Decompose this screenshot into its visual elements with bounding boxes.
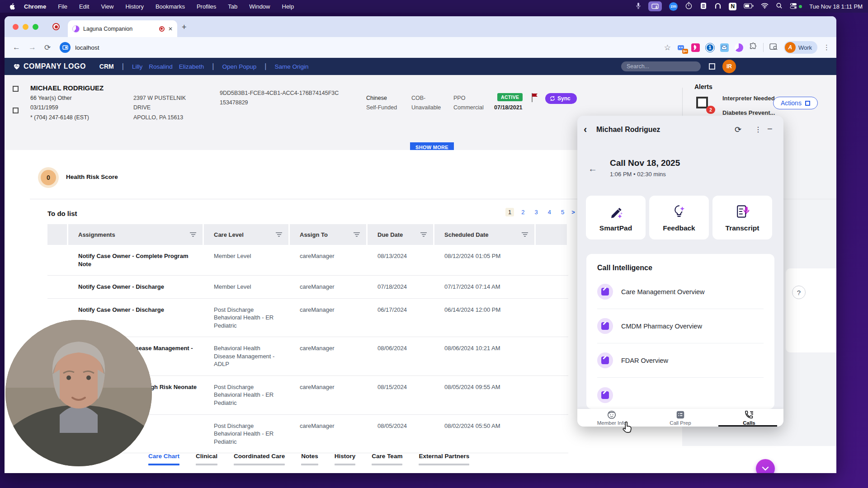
search-icon[interactable]: [776, 2, 783, 10]
tab-external-partners[interactable]: External Partners: [419, 453, 469, 465]
browser-menu-kebab[interactable]: ⋮: [823, 43, 830, 52]
tab-history[interactable]: History: [335, 453, 356, 465]
column-header-due-date[interactable]: Due Date: [368, 224, 433, 245]
panel-back-chevron-icon[interactable]: ‹: [584, 124, 587, 136]
list-item-care-management[interactable]: Care Management Overview: [597, 275, 764, 309]
notion-icon[interactable]: N: [729, 3, 736, 10]
table-row[interactable]: Notify Case Owner - Discharge Post Disch…: [47, 299, 568, 338]
expand-checkbox-icon[interactable]: [13, 86, 19, 92]
minimize-window-button[interactable]: [23, 24, 28, 30]
timer-icon[interactable]: [685, 2, 693, 11]
menu-tab[interactable]: Tab: [228, 3, 237, 10]
zoom-window-button[interactable]: [33, 24, 38, 30]
profile-chip[interactable]: A Work: [784, 41, 817, 54]
page-3[interactable]: 3: [532, 208, 540, 216]
filter-icon[interactable]: [522, 232, 528, 237]
column-header-assign-to[interactable]: Assign To: [290, 224, 366, 245]
page-4[interactable]: 4: [545, 208, 554, 216]
link-elizabeth[interactable]: Elizabeth: [179, 63, 204, 70]
close-window-button[interactable]: [13, 24, 19, 30]
page-1[interactable]: 1: [505, 208, 514, 216]
tab-care-chart[interactable]: Care Chart: [148, 453, 179, 465]
menu-view[interactable]: View: [101, 3, 113, 10]
extension-pink-icon[interactable]: [691, 43, 700, 52]
alerts-checkbox-icon[interactable]: [696, 97, 708, 108]
bookmark-star-icon[interactable]: ☆: [664, 43, 671, 52]
menu-profiles[interactable]: Profiles: [197, 3, 216, 10]
panel-kebab-icon[interactable]: ⋮: [755, 125, 762, 134]
tab-close-button[interactable]: ✕: [168, 26, 173, 32]
table-row[interactable]: Notify Case Owner - Discharge Member Lev…: [47, 276, 568, 299]
next-page-button[interactable]: >: [571, 209, 575, 216]
browser-tab[interactable]: Laguna Companion ✕: [68, 20, 177, 37]
apple-logo-icon[interactable]: [9, 3, 16, 10]
menu-bookmarks[interactable]: Bookmarks: [156, 3, 185, 10]
menu-help[interactable]: Help: [282, 3, 294, 10]
microphone-icon[interactable]: [636, 2, 641, 11]
tab-care-team[interactable]: Care Team: [372, 453, 402, 465]
user-avatar[interactable]: IR: [722, 60, 736, 73]
column-header-assignments[interactable]: Assignments: [68, 224, 203, 245]
battery-icon[interactable]: [744, 3, 754, 10]
expand-checkbox-icon[interactable]: [13, 108, 19, 113]
table-row[interactable]: Notify Case Owner - Complete Program Not…: [47, 245, 568, 276]
wifi-icon[interactable]: [761, 3, 769, 10]
tab-clinical[interactable]: Clinical: [196, 453, 217, 465]
link-open-popup[interactable]: Open Popup: [222, 63, 256, 70]
address-bar-url[interactable]: localhost: [75, 44, 99, 51]
list-item-partial[interactable]: [597, 378, 764, 409]
transcript-card[interactable]: Transcript: [712, 196, 772, 239]
menu-chrome[interactable]: Chrome: [24, 3, 46, 10]
reload-button[interactable]: ⟳: [44, 43, 51, 52]
zoom-app-icon[interactable]: zm: [669, 2, 678, 11]
menu-history[interactable]: History: [125, 3, 143, 10]
page-2[interactable]: 2: [519, 208, 527, 216]
filter-icon[interactable]: [354, 232, 360, 237]
list-item-cmdm-pharmacy[interactable]: CMDM Pharmacy Overview: [597, 309, 764, 343]
filter-icon[interactable]: [420, 232, 427, 237]
smartpad-card[interactable]: SmartPad: [586, 196, 646, 239]
tab-coordinated-care[interactable]: Coordinated Care: [234, 453, 285, 465]
flag-icon[interactable]: [530, 92, 539, 105]
filter-icon[interactable]: [276, 232, 282, 237]
list-item-fdar[interactable]: FDAR Overview: [597, 343, 764, 378]
column-header-care-level[interactable]: Care Level: [204, 224, 288, 245]
crm-app-label[interactable]: CRM: [99, 63, 114, 70]
tab-notes[interactable]: Notes: [301, 453, 318, 465]
new-tab-button[interactable]: +: [182, 23, 187, 32]
call-back-arrow-icon[interactable]: ←: [588, 164, 597, 174]
horseshoe-icon[interactable]: [714, 2, 722, 11]
control-center-icon[interactable]: [790, 3, 797, 10]
menu-file[interactable]: File: [58, 3, 67, 10]
laguna-extension-icon[interactable]: [735, 43, 743, 52]
link-same-origin[interactable]: Same Origin: [274, 63, 308, 70]
onepassword-icon[interactable]: 1: [706, 43, 714, 52]
tab-search-icon[interactable]: [769, 43, 778, 52]
tab-member-info[interactable]: Member Info: [578, 410, 646, 426]
help-button[interactable]: ?: [792, 286, 806, 299]
sync-button[interactable]: Sync: [545, 93, 577, 104]
page-5[interactable]: 5: [558, 208, 567, 216]
company-logo[interactable]: COMPANY LOGO: [13, 62, 86, 70]
menu-edit[interactable]: Edit: [79, 3, 89, 10]
screen-share-icon[interactable]: [648, 1, 662, 11]
tab-calls[interactable]: Calls: [715, 410, 783, 426]
extension-robot-icon[interactable]: 9+: [677, 43, 685, 52]
extensions-puzzle-icon[interactable]: [749, 42, 757, 52]
panel-minimize-icon[interactable]: −: [767, 124, 773, 134]
scroll-down-fab[interactable]: [756, 459, 775, 473]
link-lilly[interactable]: Lilly: [132, 63, 142, 70]
tab-call-prep[interactable]: Call Prep: [646, 410, 714, 426]
list-widget-icon[interactable]: [700, 2, 707, 11]
actions-button[interactable]: Actions: [773, 97, 818, 109]
tab-capture-icon[interactable]: [60, 42, 71, 53]
menu-window[interactable]: Window: [249, 3, 270, 10]
webcam-video-overlay[interactable]: [5, 320, 152, 466]
menu-bar-clock[interactable]: Tue Nov 18 1:11 PM: [809, 3, 863, 10]
panel-refresh-icon[interactable]: ⟳: [735, 125, 741, 135]
link-rosalind[interactable]: Rosalind: [149, 63, 173, 70]
column-header-scheduled-date[interactable]: Scheduled Date: [434, 224, 534, 245]
filter-icon[interactable]: [190, 232, 196, 237]
feedback-card[interactable]: Feedback: [649, 196, 709, 239]
back-button[interactable]: ←: [13, 43, 20, 52]
